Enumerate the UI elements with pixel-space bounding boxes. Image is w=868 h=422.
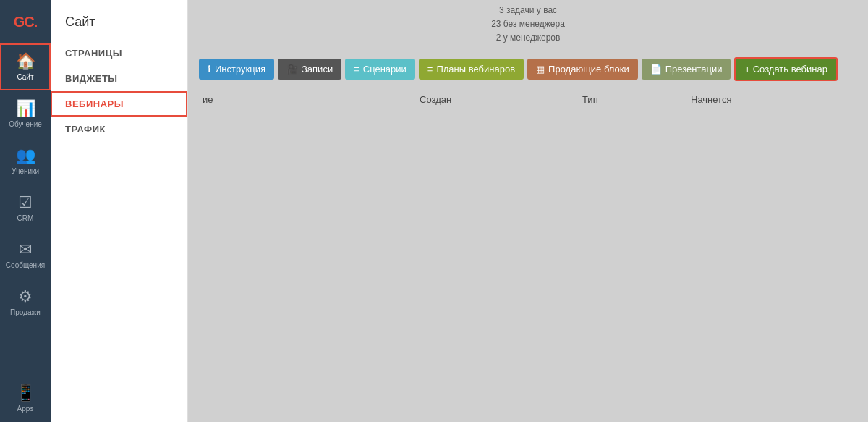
nav-bar: GC. 🏠 Сайт 📊 Обучение 👥 Ученики ☑ CRM ✉ … — [0, 0, 51, 422]
nav-item-sales[interactable]: ⚙ Продажи — [0, 279, 51, 326]
nav-item-students[interactable]: 👥 Ученики — [0, 138, 51, 185]
info-bar: 3 задачи у вас 23 без менеджера 2 у мене… — [188, 0, 868, 51]
btn-sales-blocks[interactable]: ▦ Продающие блоки — [527, 59, 638, 80]
col-header-name: ие — [203, 94, 420, 105]
sidebar-item-traffic[interactable]: ТРАФИК — [51, 117, 187, 142]
nav-item-messages[interactable]: ✉ Сообщения — [0, 232, 51, 279]
main-content: 3 задачи у вас 23 без менеджера 2 у мене… — [188, 0, 868, 422]
sidebar: Сайт СТРАНИЦЫ ВИДЖЕТЫ ВЕБИНАРЫ ТРАФИК — [51, 0, 188, 422]
sidebar-item-webinars[interactable]: ВЕБИНАРЫ — [51, 91, 187, 117]
gear-icon: ⚙ — [18, 287, 33, 306]
col-header-type: Тип — [582, 94, 691, 105]
check-icon: ☑ — [18, 193, 33, 212]
btn-create-webinar[interactable]: + Создать вебинар — [734, 57, 837, 81]
col-header-created: Создан — [420, 94, 582, 105]
nav-label-learning: Обучение — [9, 120, 42, 129]
nav-item-apps[interactable]: 📱 Apps — [0, 375, 51, 422]
nav-label-sales: Продажи — [10, 308, 41, 317]
toolbar: ℹ Инструкция 🎥 Записи ≡ Сценарии ≡ Планы… — [188, 51, 868, 87]
doc-icon: 📄 — [650, 64, 662, 75]
grid-icon: ▦ — [536, 64, 545, 75]
table-area: ие Создан Тип Начнется — [188, 87, 868, 422]
users-icon: 👥 — [16, 146, 35, 165]
nav-item-crm[interactable]: ☑ CRM — [0, 185, 51, 232]
col-header-start: Начнется — [691, 94, 854, 105]
info-line1: 3 задачи у вас — [203, 4, 854, 17]
btn-presentations[interactable]: 📄 Презентации — [642, 59, 731, 80]
btn-instruction[interactable]: ℹ Инструкция — [199, 59, 274, 80]
list-icon: ≡ — [354, 64, 359, 75]
info-line3: 2 у менеджеров — [203, 31, 854, 45]
info-icon: ℹ — [208, 64, 211, 75]
nav-label-messages: Сообщения — [6, 261, 45, 270]
table-header: ие Создан Тип Начнется — [199, 87, 857, 112]
nav-item-learning[interactable]: 📊 Обучение — [0, 90, 51, 138]
home-icon: 🏠 — [16, 52, 35, 71]
btn-scenarios[interactable]: ≡ Сценарии — [345, 59, 415, 80]
nav-label-students: Ученики — [12, 167, 39, 176]
sidebar-item-widgets[interactable]: ВИДЖЕТЫ — [51, 66, 187, 91]
sidebar-title: Сайт — [51, 7, 187, 41]
plan-icon: ≡ — [427, 64, 433, 75]
nav-label-apps: Apps — [17, 405, 34, 413]
sidebar-item-pages[interactable]: СТРАНИЦЫ — [51, 41, 187, 66]
chart-icon: 📊 — [16, 99, 35, 118]
info-line2: 23 без менеджера — [203, 17, 854, 31]
btn-plans[interactable]: ≡ Планы вебинаров — [419, 59, 524, 80]
nav-label-crm: CRM — [17, 214, 34, 223]
logo-text: GC. — [14, 14, 38, 30]
video-icon: 🎥 — [286, 64, 298, 75]
nav-label-site: Сайт — [17, 73, 33, 82]
phone-icon: 📱 — [16, 384, 35, 402]
btn-records[interactable]: 🎥 Записи — [278, 59, 341, 80]
logo: GC. — [0, 0, 51, 43]
mail-icon: ✉ — [19, 240, 32, 259]
nav-item-site[interactable]: 🏠 Сайт — [0, 43, 51, 90]
